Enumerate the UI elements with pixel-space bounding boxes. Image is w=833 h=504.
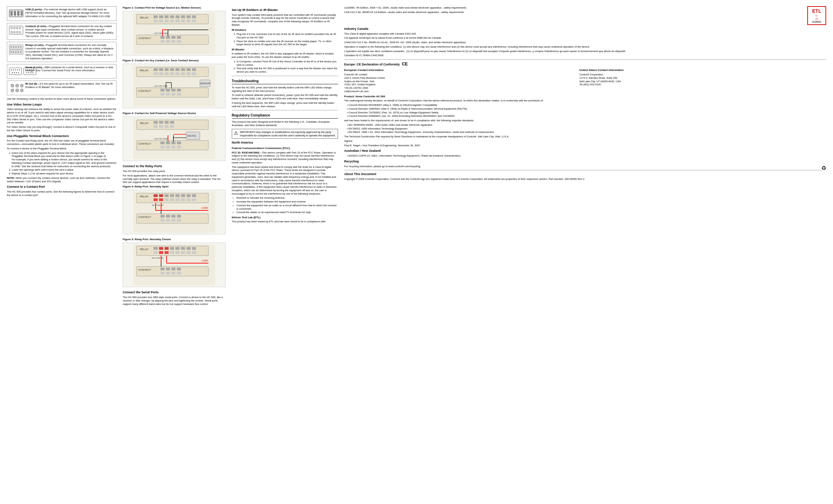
svg-rect-17 — [15, 46, 17, 48]
svg-rect-162 — [165, 194, 169, 197]
svg-rect-161 — [159, 194, 163, 197]
svg-rect-220 — [177, 272, 181, 274]
svg-rect-25 — [20, 51, 22, 53]
contacts-icon — [9, 25, 23, 36]
eu-signed: Signed, — [344, 139, 826, 143]
svg-rect-136 — [154, 125, 158, 128]
svg-text:RELAY: RELAY — [140, 16, 149, 19]
svg-rect-175 — [192, 198, 196, 201]
divider-4 — [344, 170, 821, 170]
svg-point-30 — [17, 69, 18, 70]
svg-rect-104 — [192, 68, 196, 71]
ir-emitters-title: IR Emitters — [232, 28, 338, 32]
svg-rect-1 — [10, 11, 13, 16]
regulatory-title: Regulatory Compliance — [232, 113, 338, 119]
figure-5-block: Figure 5: Relay Port: Normally Closed RE… — [123, 238, 226, 287]
relay-port-body: The HC-500 provides four relay ports. — [123, 170, 226, 173]
ir-blaster-title: IR Blaster — [232, 48, 338, 51]
svg-rect-173 — [181, 198, 185, 201]
svg-rect-170 — [165, 198, 169, 201]
svg-rect-207 — [176, 251, 180, 254]
svg-rect-109 — [176, 72, 180, 75]
svg-rect-185 — [177, 219, 181, 222]
fig4-diagram: RELAY — [123, 190, 226, 234]
fcc-measure-1: Reorient or relocate the receiving anten… — [237, 196, 338, 200]
svg-rect-216 — [177, 268, 181, 270]
svg-rect-101 — [176, 68, 180, 71]
svg-rect-200 — [181, 247, 185, 250]
fig2-title: Figure 2: Contact for Dry Contact (i.e. … — [123, 59, 226, 62]
svg-rect-134 — [165, 121, 169, 124]
svg-text:+: + — [210, 27, 212, 29]
eu-compliance-note: and has been tested to the requirements … — [344, 119, 826, 122]
svg-point-27 — [11, 69, 12, 70]
figure-2-block: Figure 2: Contact for Dry Contact (i.e. … — [123, 59, 226, 108]
svg-text:NO COM NC: NO COM NC — [152, 204, 164, 206]
svg-rect-76 — [192, 20, 196, 22]
svg-rect-164 — [176, 194, 180, 197]
svg-rect-135 — [170, 121, 174, 124]
svg-rect-3 — [17, 11, 20, 16]
svg-rect-167 — [192, 194, 196, 197]
serial-title: Serial (4 sets) — [25, 66, 42, 69]
svg-rect-180 — [171, 215, 176, 218]
relays-device-row: Relays (4 sets)—Pluggable terminal block… — [7, 42, 117, 62]
svg-rect-64 — [170, 15, 174, 18]
svg-rect-71 — [165, 20, 169, 22]
svg-rect-117 — [171, 89, 176, 91]
north-america-title: North America — [232, 141, 338, 145]
svg-point-33 — [14, 72, 15, 73]
svg-rect-116 — [166, 89, 170, 91]
fcc-measures-list: Reorient or relocate the receiving anten… — [232, 196, 338, 214]
svg-rect-199 — [176, 247, 180, 250]
svg-rect-183 — [166, 219, 170, 222]
ir-blaster-steps: In Composer, connect Front IR Out of the… — [232, 60, 338, 74]
eu-directive-4: Council Directive 93/68/EEC (Jul. 22, 19… — [347, 114, 826, 118]
svg-text:+12V  SIG  GND: +12V SIG GND — [154, 85, 168, 87]
figure-1-block: Figure 1: Contact Port for Voltage Sourc… — [123, 6, 226, 56]
pluggable-note: NOTE: When you connect dry contact closu… — [7, 176, 117, 183]
svg-rect-218 — [166, 272, 170, 274]
note-text: When you connect dry contact closure dev… — [7, 176, 110, 183]
svg-rect-213 — [160, 268, 165, 270]
fcc-id: FCC ID: R33C4HC5002 — [232, 151, 259, 154]
serial-text: Serial (4 sets)—DB9 connector for a seri… — [25, 66, 114, 73]
contact-port-title: Connect to a Contact Port — [7, 185, 117, 189]
troubleshooting-title: Troubleshooting — [232, 79, 338, 84]
usb-device-row: USB (2 ports)—For external storage devic… — [7, 6, 117, 21]
svg-rect-149 — [177, 146, 181, 148]
fig2-diagram: RELAY — [123, 64, 226, 108]
svg-text:LOAD: LOAD — [202, 207, 208, 209]
svg-rect-115 — [160, 89, 165, 91]
divider-2 — [232, 110, 338, 110]
contacts-text: Contacts (4 sets)—Pluggable terminal blo… — [25, 25, 114, 38]
svg-rect-120 — [166, 93, 170, 96]
svg-rect-147 — [166, 146, 170, 148]
svg-point-35 — [18, 72, 19, 73]
fcc-title: Federal Communications Commission (FCC) — [232, 147, 338, 150]
svg-rect-196 — [159, 247, 163, 250]
pluggable-step-1: Insert one of the wires required for you… — [12, 151, 117, 168]
etl-cert-logo: ETL C us 3129831 — [807, 6, 826, 25]
svg-rect-144 — [171, 142, 176, 144]
svg-rect-195 — [154, 247, 158, 250]
svg-text:RELAY: RELAY — [140, 122, 149, 125]
usb-title: USB (2 ports) — [25, 8, 42, 11]
svg-text:LOAD: LOAD — [202, 259, 208, 262]
svg-rect-133 — [159, 121, 163, 124]
etl-logo-number: 3129831 — [812, 20, 821, 23]
svg-rect-98 — [159, 68, 163, 71]
svg-text:CONTACT: CONTACT — [138, 216, 151, 219]
svg-rect-165 — [181, 194, 185, 197]
svg-rect-168 — [154, 198, 158, 201]
video-sense-note: For Video Sense only (no loop-through), … — [7, 125, 117, 132]
usb-text: USB (2 ports)—For external storage devic… — [25, 8, 114, 18]
svg-point-32 — [12, 72, 13, 73]
product-label: Product: — [344, 95, 355, 98]
svg-text:CONTACT: CONTACT — [138, 268, 151, 271]
svg-rect-178 — [160, 215, 165, 218]
trouble-step-1: To reset the HC-500, press and hold the … — [232, 86, 338, 93]
svg-point-11 — [14, 31, 15, 33]
svg-text:+12V  SIG  GND: +12V SIG GND — [154, 32, 168, 34]
us-company: Control4 Corporation 1174 S. Election Ro… — [579, 73, 826, 94]
